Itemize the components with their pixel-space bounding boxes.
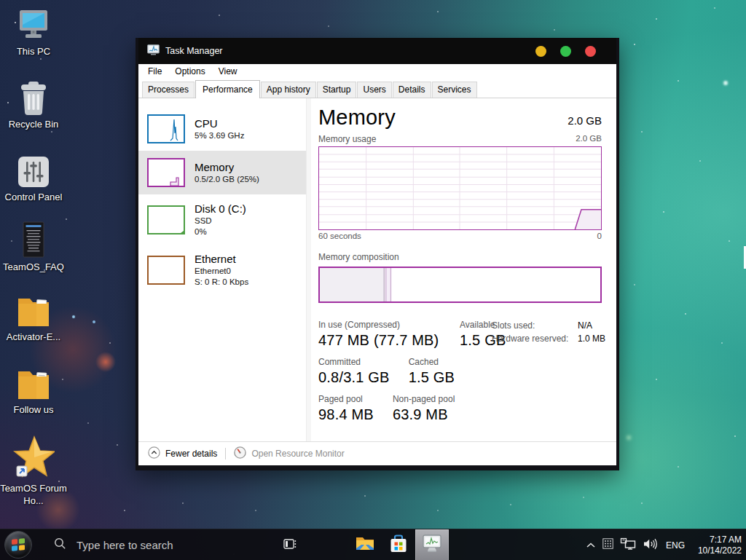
sidebar-memory-stats: 0.5/2.0 GB (25%): [195, 174, 259, 185]
text-document-icon: [0, 217, 67, 258]
ethernet-graph-thumbnail: [147, 256, 185, 285]
starfield-right: [0, 0, 1, 1]
close-button[interactable]: [585, 46, 596, 57]
language-indicator[interactable]: ENG: [664, 540, 687, 551]
tray-app-grid-icon[interactable]: [602, 538, 613, 552]
search-placeholder: Type here to search: [76, 539, 173, 551]
file-explorer-taskbar-button[interactable]: [348, 529, 382, 560]
memory-detail-pane: Memory 2.0 GB Memory usage 2.0 GB: [311, 98, 616, 441]
performance-sidebar: CPU 5% 3.69 GHz Memory 0.5/2.0 GB (25%): [138, 98, 306, 441]
search-icon: [54, 537, 66, 553]
window-controls: [535, 46, 596, 57]
stat-label-in-use: In use (Compressed): [318, 319, 441, 331]
stat-label-cached: Cached: [409, 356, 455, 368]
memory-usage-chart-label: Memory usage: [318, 134, 376, 144]
menu-options[interactable]: Options: [168, 65, 211, 78]
tab-processes[interactable]: Processes: [142, 82, 195, 98]
fewer-details-button[interactable]: Fewer details: [148, 446, 217, 462]
tab-startup[interactable]: Startup: [317, 82, 357, 98]
sidebar-item-memory[interactable]: Memory 0.5/2.0 GB (25%): [138, 151, 306, 194]
taskbar-search[interactable]: Type here to search: [48, 529, 173, 560]
usage-x-axis-right: 0: [597, 232, 602, 240]
network-ethernet-icon[interactable]: [620, 537, 636, 553]
minimize-button[interactable]: [535, 46, 546, 57]
sidebar-item-ethernet[interactable]: Ethernet Ethernet0 S: 0 R: 0 Kbps: [138, 245, 306, 295]
desktop-icon-label: Activator-E...: [0, 331, 67, 343]
clock-time: 7:17 AM: [694, 535, 742, 545]
task-view-button[interactable]: [283, 537, 297, 554]
cpu-graph-thumbnail: [147, 114, 185, 143]
desktop-icon-teamos-forum-shortcut[interactable]: TeamOS Forum Ho...: [0, 434, 67, 507]
desktop-icon-label: Control Panel: [0, 191, 67, 203]
stat-value-cached: 1.5 GB: [409, 368, 455, 387]
open-resource-monitor-button[interactable]: Open Resource Monitor: [234, 446, 344, 462]
star-shortcut-icon: [0, 434, 67, 479]
windows-logo-icon: [12, 538, 25, 551]
sidebar-cpu-stats: 5% 3.69 GHz: [195, 130, 244, 141]
recycle-bin-icon: [0, 79, 67, 115]
usage-x-axis-left: 60 seconds: [318, 232, 361, 240]
stat-label-paged-pool: Paged pool: [318, 393, 374, 405]
desktop-icon-this-pc[interactable]: This PC: [0, 6, 67, 58]
start-button[interactable]: [4, 531, 32, 559]
window-title: Task Manager: [165, 46, 223, 56]
desktop-icon-teamos-faq[interactable]: TeamOS_FAQ: [0, 217, 67, 273]
sidebar-disk-title: Disk 0 (C:): [195, 202, 246, 216]
file-explorer-icon: [356, 536, 374, 555]
sidebar-ethernet-title: Ethernet: [195, 252, 248, 266]
sidebar-item-cpu[interactable]: CPU 5% 3.69 GHz: [138, 107, 306, 151]
memory-usage-graph[interactable]: [318, 146, 602, 230]
sidebar-disk-usage: 0%: [195, 226, 246, 237]
task-manager-window: Task Manager File Options View Processes…: [136, 38, 619, 470]
tab-users[interactable]: Users: [357, 82, 391, 98]
desktop-icon-label: Follow us: [0, 403, 67, 416]
stat-value-hardware-reserved: 1.0 MB: [578, 334, 605, 344]
tray-chevron-up-icon[interactable]: [586, 539, 596, 552]
system-tray: ENG 7:17 AM 10/14/2022: [586, 529, 742, 560]
task-manager-icon: [422, 535, 442, 556]
taskbar-clock[interactable]: 7:17 AM 10/14/2022: [694, 535, 742, 556]
desktop-icon-label: TeamOS Forum Ho...: [0, 482, 67, 507]
fewer-details-label: Fewer details: [165, 449, 217, 459]
stat-value-non-paged-pool: 63.9 MB: [393, 405, 455, 424]
memory-composition-bar[interactable]: [318, 267, 602, 303]
sidebar-ethernet-adapter: Ethernet0: [195, 266, 248, 277]
volume-speaker-icon[interactable]: [643, 538, 657, 553]
desktop-icon-label: This PC: [0, 45, 67, 58]
chevron-up-circle-icon: [148, 446, 160, 462]
desktop-icon-activator-folder[interactable]: Activator-E...: [0, 291, 67, 343]
tab-performance[interactable]: Performance: [195, 80, 260, 98]
desktop-icon-follow-us-folder[interactable]: Follow us: [0, 364, 67, 416]
stat-label-hardware-reserved: Hardware reserved:: [492, 334, 578, 344]
title-bar[interactable]: Task Manager: [138, 38, 616, 64]
menu-view[interactable]: View: [212, 65, 244, 78]
stat-value-in-use: 477 MB (77.7 MB): [318, 331, 441, 350]
memory-graph-thumbnail: [147, 158, 185, 187]
maximize-button[interactable]: [560, 46, 571, 57]
folder-icon: [0, 291, 67, 328]
resource-monitor-gauge-icon: [234, 446, 246, 462]
tab-app-history[interactable]: App history: [261, 82, 316, 98]
sidebar-scrollbar[interactable]: [306, 98, 311, 441]
desktop-icon-label: TeamOS_FAQ: [0, 261, 67, 273]
memory-statistics: In use (Compressed) 477 MB (77.7 MB) Ava…: [318, 319, 602, 424]
tab-details[interactable]: Details: [393, 82, 431, 98]
clock-date: 10/14/2022: [694, 545, 742, 556]
sidebar-ethernet-throughput: S: 0 R: 0 Kbps: [195, 277, 248, 288]
sidebar-disk-type: SSD: [195, 216, 246, 226]
desktop-icon-recycle-bin[interactable]: Recycle Bin: [0, 79, 67, 130]
tab-services[interactable]: Services: [432, 82, 477, 98]
open-resource-monitor-label: Open Resource Monitor: [251, 449, 344, 459]
microsoft-store-taskbar-button[interactable]: [382, 529, 415, 560]
sidebar-item-disk[interactable]: Disk 0 (C:) SSD 0%: [138, 194, 306, 245]
desktop-icon-control-panel[interactable]: Control Panel: [0, 151, 67, 203]
memory-total-capacity: 2.0 GB: [568, 114, 602, 127]
stat-value-slots-used: N/A: [578, 320, 592, 331]
memory-pane-title: Memory: [318, 106, 396, 130]
task-manager-taskbar-button[interactable]: [415, 529, 449, 560]
menu-bar: File Options View: [138, 64, 616, 79]
disk-graph-thumbnail: [147, 205, 185, 234]
stat-label-committed: Committed: [318, 356, 390, 368]
sidebar-memory-title: Memory: [195, 160, 259, 174]
menu-file[interactable]: File: [141, 65, 168, 78]
